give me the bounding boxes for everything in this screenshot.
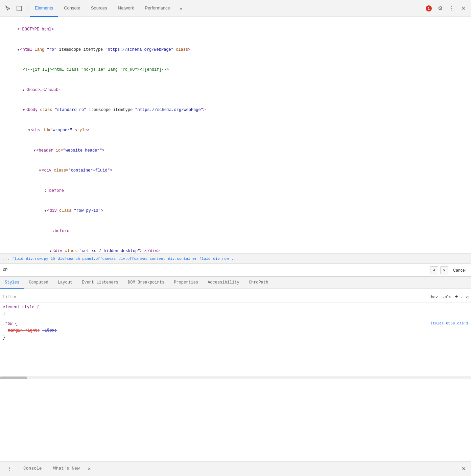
bottom-whats-new-label: What's New <box>53 466 80 471</box>
error-icon: 1 <box>426 5 432 12</box>
more-tabs-button[interactable]: » <box>176 4 186 13</box>
breadcrumb-item-divrow[interactable]: div.row <box>213 257 229 261</box>
bottom-tab-console[interactable]: Console <box>19 461 47 476</box>
html-line-before-1[interactable]: ::before <box>0 181 471 201</box>
breadcrumb-bar: ... fluid div.row.py-10 div#search_panel… <box>0 254 471 264</box>
bottom-tab-whats-new[interactable]: What's New <box>49 461 85 476</box>
tab-console[interactable]: Console <box>59 0 85 17</box>
styles-panel: :hov .cls + , ◁ element.style { } .row {… <box>0 289 471 376</box>
bottom-tab-close-whats-new[interactable]: ✕ <box>87 466 92 472</box>
scrollbar-thumb[interactable] <box>0 377 27 379</box>
rtl-button[interactable]: ◁ <box>466 294 468 300</box>
close-devtools-button[interactable]: ✕ <box>458 3 468 14</box>
cls-button[interactable]: .cls <box>441 294 453 300</box>
html-line-container-fluid[interactable]: <div class="container-fluid"> <box>0 161 471 181</box>
html-line-head[interactable]: <head>…</head> <box>0 80 471 100</box>
styles-filter-input[interactable] <box>3 295 427 299</box>
inspect-icon[interactable] <box>14 3 24 14</box>
breadcrumb-item-search-panel[interactable]: div#search_panel.offcanvas <box>58 257 116 261</box>
search-input[interactable] <box>3 268 425 273</box>
tab-sources[interactable]: Sources <box>86 0 112 17</box>
css-rule-close-2: } <box>3 334 468 341</box>
breadcrumb-item-fluid[interactable]: fluid <box>12 257 23 261</box>
html-line-header[interactable]: <header id="website_header"> <box>0 140 471 161</box>
breadcrumb-item-row-py10[interactable]: div.row.py-10 <box>26 257 55 261</box>
html-line-before-2[interactable]: ::before <box>0 221 471 242</box>
tab-layout[interactable]: Layout <box>53 277 77 289</box>
html-line-div-col-xs-7[interactable]: <div class="col-xs-7 hidden-desktop">…</… <box>0 241 471 254</box>
css-property-margin-right[interactable]: margin-right: -15px; <box>3 327 468 334</box>
css-selector-element-style[interactable]: element.style { <box>3 304 468 311</box>
css-rule-element-style: element.style { } <box>0 302 471 319</box>
css-rule-close-1: } <box>3 311 468 317</box>
css-selector-row[interactable]: .row { styles.6558.css:1 <box>3 320 468 327</box>
html-line-div-wrapper[interactable]: <div id="wrapper" style> <box>0 120 471 141</box>
tab-chropath[interactable]: ChroPath <box>244 277 273 289</box>
tab-styles[interactable]: Styles <box>0 277 24 289</box>
svg-rect-0 <box>17 6 22 11</box>
devtools-toolbar: Elements Console Sources Network Perform… <box>0 0 471 17</box>
settings-button[interactable]: ⚙ <box>435 3 445 14</box>
horizontal-scrollbar[interactable] <box>0 376 471 379</box>
tab-accessibility[interactable]: Accessibility <box>203 277 244 289</box>
error-count-button[interactable]: 1 <box>424 4 434 13</box>
devtools-window: Elements Console Sources Network Perform… <box>0 0 471 476</box>
elements-panel: <!DOCTYPE html> <html lang="ro" itemscop… <box>0 17 471 254</box>
tab-performance[interactable]: Performance <box>140 0 174 17</box>
search-bar: ∧ ∨ Cancel <box>0 264 471 277</box>
search-next-button[interactable]: ∨ <box>440 266 448 274</box>
text-cursor <box>428 268 428 273</box>
css-rule-row: .row { styles.6558.css:1 margin-right: -… <box>0 319 471 342</box>
tab-computed[interactable]: Computed <box>24 277 53 289</box>
tab-network[interactable]: Network <box>113 0 139 17</box>
add-style-button[interactable]: + <box>455 294 458 300</box>
breadcrumb-item-offcanvas-content[interactable]: div.offcanvas_content <box>118 257 165 261</box>
toolbar-divider <box>27 5 27 12</box>
breadcrumb-item-container-fluid[interactable]: div.container-fluid <box>168 257 210 261</box>
html-line-body[interactable]: <body class="standard ro" itemscope item… <box>0 100 471 120</box>
html-line-doctype[interactable]: <!DOCTYPE html> <box>0 20 471 40</box>
styles-actions: :hov .cls + , ◁ <box>427 294 468 300</box>
styles-tabs-bar: Styles Computed Layout Event Listeners D… <box>0 277 471 289</box>
bottom-console-label: Console <box>23 466 42 471</box>
html-line-ie-comment[interactable]: <!--[if IE]><html class="no-js ie" lang=… <box>0 60 471 80</box>
search-cancel-button[interactable]: Cancel <box>450 267 468 274</box>
bottom-bar: ⋮ Console What's New ✕ ✕ <box>0 461 471 476</box>
tab-event-listeners[interactable]: Event Listeners <box>77 277 123 289</box>
search-prev-button[interactable]: ∧ <box>430 266 438 274</box>
tab-properties[interactable]: Properties <box>169 277 203 289</box>
breadcrumb-item-ellipsis-end[interactable]: ... <box>232 257 238 261</box>
html-line-html[interactable]: <html lang="ro" itemscope itemtype="http… <box>0 40 471 60</box>
tab-dom-breakpoints[interactable]: DOM Breakpoints <box>123 277 169 289</box>
css-source-link-row[interactable]: styles.6558.css:1 <box>430 320 468 327</box>
tab-elements[interactable]: Elements <box>30 0 58 17</box>
breadcrumb-item-ellipsis[interactable]: ... <box>3 257 9 261</box>
styles-filter-row: :hov .cls + , ◁ <box>0 292 471 302</box>
html-line-div-row[interactable]: <div class="row py-10"> <box>0 201 471 221</box>
bottom-more-button[interactable]: ⋮ <box>3 461 17 476</box>
cursor-icon[interactable] <box>3 3 13 14</box>
more-options-button[interactable]: ⋮ <box>447 3 457 14</box>
hov-button[interactable]: :hov <box>427 294 439 300</box>
close-bottom-panel-button[interactable]: ✕ <box>459 464 468 474</box>
